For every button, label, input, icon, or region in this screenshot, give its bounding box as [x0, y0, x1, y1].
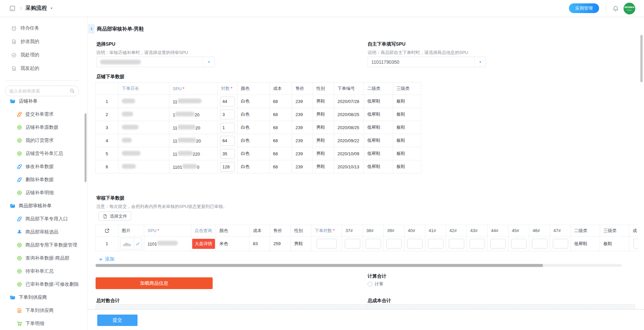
choose-file-button[interactable]: 选择文件: [99, 212, 131, 221]
cell-size: [508, 236, 529, 251]
size-input-43[interactable]: [470, 239, 485, 249]
tree-folder-order-to-supplier[interactable]: 下单到供应商: [0, 291, 87, 304]
pairs-input[interactable]: [220, 162, 235, 172]
cell-pairs: [218, 147, 237, 160]
size-input-47[interactable]: [553, 239, 568, 249]
cell-order-no: 2020/08/25: [334, 108, 364, 121]
col-cost: 成本: [270, 82, 292, 95]
col-size-45: 45#: [508, 225, 529, 236]
size-input-39[interactable]: [386, 239, 402, 249]
size-input-41[interactable]: [428, 239, 443, 249]
size-input-45[interactable]: [511, 239, 527, 249]
tree-item-shop-source-data[interactable]: 店铺补单源数据: [0, 121, 87, 134]
app-manage-button[interactable]: 应用管理: [569, 3, 599, 13]
self-spu-dropdown[interactable]: 11011790350: [368, 57, 486, 67]
tree-item-reviewed-editable[interactable]: 已审补单数据-可修改删除: [0, 278, 87, 291]
pairs-input[interactable]: [220, 97, 235, 106]
size-input-44[interactable]: [490, 239, 506, 249]
folder-icon: [10, 98, 15, 104]
chart-icon[interactable]: [134, 238, 142, 249]
size-input-46[interactable]: [532, 239, 547, 249]
target-icon: [17, 190, 22, 196]
row-index: 4: [96, 134, 118, 147]
partial-input[interactable]: [633, 239, 639, 249]
tree-item-order-detail[interactable]: 下单明细: [0, 317, 87, 330]
submit-button[interactable]: 提交: [97, 315, 138, 326]
sidebar-item-cc-to-me[interactable]: 抄送我的: [0, 35, 87, 48]
order-pairs-input[interactable]: [317, 239, 337, 249]
tree-label: 待审补单汇总: [25, 268, 54, 274]
tree-item-shop-sku-summary[interactable]: 店铺货号补单汇总: [0, 147, 87, 160]
size-input-37[interactable]: [345, 239, 360, 249]
product-image-thumb[interactable]: [120, 238, 142, 250]
pairs-input[interactable]: [220, 110, 235, 119]
cell-size: [467, 236, 488, 251]
tree-folder-dept-review[interactable]: 商品部审核补单: [0, 199, 87, 212]
sidebar-item-initiated-by-me[interactable]: 我发起的: [0, 62, 87, 75]
tree-item-order-to-supplier[interactable]: 下单到供应商: [0, 304, 87, 317]
search-input[interactable]: [9, 89, 69, 94]
size-input-42[interactable]: [449, 239, 464, 249]
app-switcher[interactable]: 采购流程: [25, 5, 53, 12]
sidebar-item-handled-by-me[interactable]: 我处理的: [0, 48, 87, 62]
tree-item-shop-detail[interactable]: 店铺补单明细: [0, 186, 87, 199]
pairs-input[interactable]: [220, 123, 235, 132]
tree-item-delete-data[interactable]: 删除补单数据: [0, 173, 87, 186]
size-input-40[interactable]: [407, 239, 423, 249]
pairs-input[interactable]: [220, 149, 235, 159]
load-product-info-button[interactable]: 加载商品信息: [96, 277, 213, 289]
tree-item-dept-data-manage[interactable]: 商品部专用下单数据管理: [0, 238, 87, 252]
avatar[interactable]: SENMA Core: [624, 3, 635, 14]
tree-item-query-data-dept[interactable]: 查询补单数据-商品部: [0, 252, 87, 265]
cell-size: [384, 236, 405, 251]
footer-bar: 提交: [88, 309, 644, 330]
back-button[interactable]: [88, 24, 95, 34]
cell-spu: 1120: [169, 134, 218, 147]
window-scrollbar[interactable]: [640, 35, 643, 82]
chevron-down-icon: [50, 6, 53, 10]
select-spu-dropdown[interactable]: [96, 57, 215, 67]
tree-item-modify-data[interactable]: 修改补单数据: [0, 160, 87, 173]
chevron-left-icon: [89, 26, 94, 31]
target-icon: [17, 256, 22, 261]
workflow-icon: [17, 216, 22, 222]
cell-gender: 男鞋: [313, 121, 334, 134]
cell-cost: 68: [270, 134, 292, 147]
sidebar-item-label: 我处理的: [20, 52, 39, 58]
cell-cat2: 低帮鞋: [364, 160, 393, 173]
tree-item-pending-summary[interactable]: 待审补单汇总: [0, 265, 87, 278]
cell-manager: [118, 108, 169, 121]
shop-order-table: 下单店长 SPU* 对数* 颜色 成本 售价 性别 下单编号 二级类 三级类 1…: [95, 82, 421, 173]
table-header-row: 下单店长 SPU* 对数* 颜色 成本 售价 性别 下单编号 二级类 三级类: [96, 82, 421, 95]
sidebar-scrollbar[interactable]: [85, 113, 87, 182]
search-icon[interactable]: [69, 88, 75, 94]
sidebar-item-todo-tasks[interactable]: 待办任务: [0, 21, 87, 35]
tree-item-dept-review-select[interactable]: 商品部审核选品: [0, 225, 87, 238]
external-link-icon[interactable]: [96, 225, 118, 236]
tree-item-my-order-demand[interactable]: 我的订货需求: [0, 134, 87, 147]
tree-label: 下单到供应商: [25, 308, 54, 314]
col-size-42: 42#: [446, 225, 467, 236]
tree-label: 查询补单数据-商品部: [25, 255, 69, 261]
notification-bell-icon[interactable]: [612, 5, 619, 12]
cell-price: 239: [292, 108, 313, 121]
cell-cat3: 板鞋: [393, 121, 421, 134]
stamp-icon: [17, 229, 22, 235]
horizontal-scrollbar-track[interactable]: [95, 264, 622, 267]
tree-folder-shop-replenish[interactable]: 店铺补单: [0, 95, 87, 108]
col-size-39: 39#: [384, 225, 405, 236]
radio-icon[interactable]: [368, 282, 372, 286]
cell-gender: 男鞋: [313, 147, 334, 160]
cell-order-no: 2020/09/22: [334, 134, 364, 147]
tree-item-dept-order-entry[interactable]: 商品部下单专用入口: [0, 212, 87, 225]
add-row-link[interactable]: 添加: [99, 256, 114, 262]
pairs-input[interactable]: [220, 136, 235, 146]
tree-item-submit-replenish[interactable]: 提交补单需求: [0, 108, 87, 121]
window-icon[interactable]: [9, 5, 16, 12]
size-input-38[interactable]: [366, 239, 381, 249]
calc-radio-option[interactable]: 计算: [368, 281, 383, 287]
horizontal-scrollbar-thumb[interactable]: [96, 264, 543, 267]
cell-gender: 男鞋: [313, 160, 334, 173]
market-detail-button[interactable]: 大盘详情: [192, 239, 215, 249]
cell-cat3: 板鞋: [393, 95, 421, 108]
